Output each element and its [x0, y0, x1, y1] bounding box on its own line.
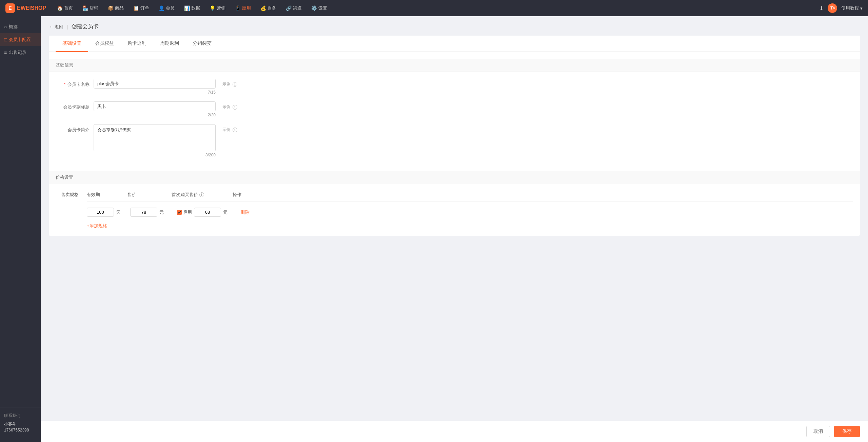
- first-buy-checkbox-wrap: 启用: [177, 209, 192, 215]
- page-title: 创建会员卡: [72, 23, 99, 30]
- card-name-label: * 会员卡名称: [56, 79, 90, 88]
- sidebar: ○ 概览 □ 会员卡配置 ≡ 出售记录 联系我们 小客斗 17667552398: [0, 16, 41, 442]
- nav-home[interactable]: 🏠 首页: [53, 0, 77, 16]
- sidebar-item-sale-record[interactable]: ≡ 出售记录: [0, 46, 41, 59]
- save-button[interactable]: 保存: [834, 426, 860, 437]
- data-icon: 📊: [184, 5, 190, 11]
- member-icon: 👤: [159, 5, 164, 11]
- nav-store[interactable]: 🏪 店铺: [78, 0, 102, 16]
- tab-bar: 基础设置 会员权益 购卡返利 周期返利 分销裂变: [49, 36, 860, 52]
- cancel-button[interactable]: 取消: [806, 426, 830, 437]
- header-actions: 操作: [233, 192, 853, 198]
- page-header: ← 返回 | 创建会员卡: [49, 23, 860, 30]
- header-validity: 有效期: [87, 192, 127, 198]
- card-subtitle-input-wrap: 2/20: [94, 101, 216, 117]
- sale-spec-label: 售卖规格: [56, 188, 83, 198]
- nav-app[interactable]: 📱 应用: [231, 0, 255, 16]
- logo-icon: E: [5, 3, 15, 13]
- card-subtitle-extra: 示例 ℹ: [222, 101, 237, 110]
- card-subtitle-row: 会员卡副标题 2/20 示例 ℹ: [56, 101, 853, 117]
- chevron-down-icon: ▾: [860, 6, 863, 11]
- actions-cell: 删除: [241, 209, 853, 215]
- delete-button[interactable]: 删除: [241, 210, 250, 215]
- header-first-price: 首次购买售价 ℹ: [172, 192, 233, 198]
- channel-icon: 🔗: [286, 5, 292, 11]
- first-buy-value-input[interactable]: [194, 208, 221, 217]
- nav-settings[interactable]: ⚙️ 设置: [307, 0, 331, 16]
- bottom-bar: 取消 保存: [41, 421, 868, 442]
- card-subtitle-label: 会员卡副标题: [56, 101, 90, 110]
- tab-member-rights[interactable]: 会员权益: [88, 36, 121, 52]
- basic-info-title: 基础信息: [49, 59, 860, 72]
- sidebar-item-overview[interactable]: ○ 概览: [0, 20, 41, 33]
- settings-icon: ⚙️: [311, 5, 317, 11]
- card-name-input-wrap: 7/15: [94, 79, 216, 95]
- basic-info-section: 基础信息 * 会员卡名称 7/15: [49, 59, 860, 171]
- card-subtitle-input[interactable]: [94, 101, 216, 111]
- card-name-char-count: 7/15: [94, 90, 216, 95]
- nav-order[interactable]: 📋 订单: [129, 0, 153, 16]
- card-intro-textarea[interactable]: 会员享受7折优惠: [94, 124, 216, 151]
- price-value-input[interactable]: [130, 208, 157, 217]
- header-price: 售价: [127, 192, 172, 198]
- sale-record-icon: ≡: [4, 50, 7, 55]
- first-buy-label: 启用: [183, 209, 192, 215]
- card-subtitle-info-icon[interactable]: ℹ: [233, 105, 237, 110]
- content-area: ← 返回 | 创建会员卡 基础设置 会员权益 购卡返利 周期返利 分销裂变: [41, 16, 868, 421]
- member-card-icon: □: [4, 37, 7, 42]
- basic-info-form: * 会员卡名称 7/15 示例 ℹ: [49, 72, 860, 171]
- card-name-example[interactable]: 示例: [222, 81, 231, 87]
- tab-basic-settings[interactable]: 基础设置: [56, 36, 88, 52]
- overview-icon: ○: [4, 24, 7, 30]
- download-icon[interactable]: ⬇: [819, 5, 824, 12]
- tab-split[interactable]: 分销裂变: [186, 36, 218, 52]
- nav-finance[interactable]: 💰 财务: [256, 0, 280, 16]
- avatar[interactable]: iTA: [828, 3, 837, 13]
- card-intro-info-icon[interactable]: ℹ: [233, 128, 237, 132]
- tab-buy-return[interactable]: 购卡返利: [121, 36, 153, 52]
- nav-data[interactable]: 📊 数据: [180, 0, 204, 16]
- sidebar-item-member-card[interactable]: □ 会员卡配置: [0, 33, 41, 46]
- contact-title: 联系我们: [4, 413, 37, 419]
- marketing-icon: 💡: [210, 5, 215, 11]
- price-table: 有效期 售价 首次购买售价 ℹ 操作: [87, 188, 853, 229]
- back-arrow-icon: ←: [49, 24, 53, 29]
- finance-icon: 💰: [260, 5, 266, 11]
- main-card: 基础设置 会员权益 购卡返利 周期返利 分销裂变 基础信息: [49, 36, 860, 236]
- price-cell: 元: [130, 208, 174, 217]
- validity-cell: 天: [87, 208, 127, 217]
- price-unit-label: 元: [159, 209, 164, 215]
- add-spec-button[interactable]: +添加规格: [87, 220, 853, 229]
- nav-marketing[interactable]: 💡 营销: [205, 0, 230, 16]
- price-table-header: 有效期 售价 首次购买售价 ℹ 操作: [87, 188, 853, 201]
- table-row: 天 元: [87, 204, 853, 220]
- price-settings-title: 价格设置: [49, 171, 860, 184]
- nav-goods[interactable]: 📦 商品: [104, 0, 128, 16]
- first-price-info-icon[interactable]: ℹ: [199, 192, 204, 197]
- card-name-info-icon[interactable]: ℹ: [233, 82, 237, 87]
- back-button[interactable]: ← 返回: [49, 24, 63, 30]
- card-subtitle-example[interactable]: 示例: [222, 104, 231, 110]
- first-buy-unit-label: 元: [223, 209, 228, 215]
- first-buy-checkbox[interactable]: [177, 210, 182, 215]
- card-intro-extra: 示例 ℹ: [222, 124, 237, 133]
- card-name-input[interactable]: [94, 79, 216, 89]
- logo-text: EWEISHOP: [17, 5, 46, 11]
- nav-right-area: ⬇ iTA 使用教程 ▾: [819, 3, 863, 13]
- validity-value-input[interactable]: [87, 208, 114, 217]
- price-section-body: 售卖规格 有效期 售价 首次购买售价 ℹ: [49, 188, 860, 236]
- contact-phone: 17667552398: [4, 428, 37, 433]
- tab-period-return[interactable]: 周期返利: [153, 36, 186, 52]
- nav-channel[interactable]: 🔗 渠道: [282, 0, 306, 16]
- logo: E EWEISHOP: [5, 3, 46, 13]
- top-navigation: E EWEISHOP 🏠 首页 🏪 店铺 📦 商品 📋 订单 👤 会员 📊 数据…: [0, 0, 868, 16]
- nav-member[interactable]: 👤 会员: [155, 0, 179, 16]
- sidebar-contact: 联系我们 小客斗 17667552398: [0, 407, 41, 438]
- card-name-row: * 会员卡名称 7/15 示例 ℹ: [56, 79, 853, 95]
- help-button[interactable]: 使用教程 ▾: [841, 5, 863, 11]
- card-intro-input-wrap: 会员享受7折优惠 8/200: [94, 124, 216, 157]
- card-subtitle-char-count: 2/20: [94, 113, 216, 117]
- main-layout: ○ 概览 □ 会员卡配置 ≡ 出售记录 联系我们 小客斗 17667552398…: [0, 16, 868, 442]
- card-name-extra: 示例 ℹ: [222, 79, 237, 87]
- card-intro-example[interactable]: 示例: [222, 127, 231, 133]
